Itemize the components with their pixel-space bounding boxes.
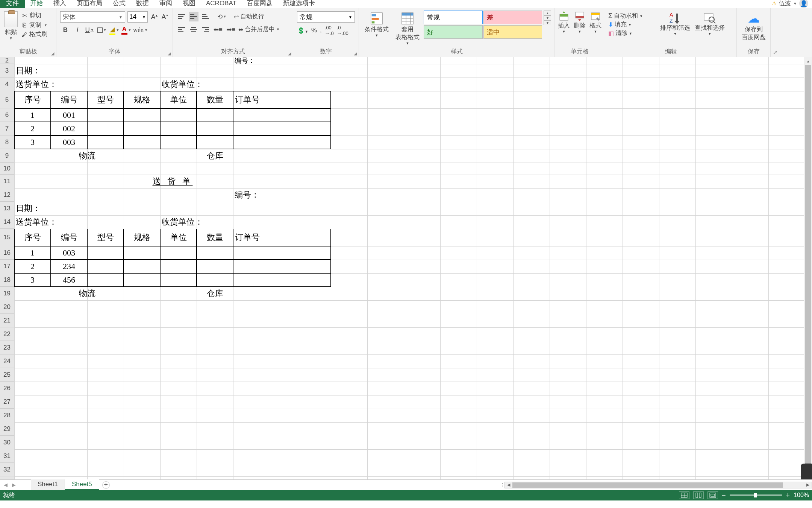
font-size-select[interactable]: 14▼	[127, 11, 148, 23]
add-sheet-button[interactable]: +	[102, 481, 110, 489]
cell-E17[interactable]	[160, 260, 197, 273]
percent-button[interactable]: %	[311, 27, 317, 34]
horizontal-scrollbar[interactable]: ◀ ▶	[504, 482, 812, 488]
cell-F18[interactable]	[197, 273, 233, 287]
zoom-out-button[interactable]: −	[722, 491, 726, 499]
row-header-26[interactable]: 26	[0, 382, 14, 395]
paste-dropdown-icon[interactable]: ▼	[9, 36, 13, 40]
gallery-down-button[interactable]: ▾	[544, 15, 551, 20]
row-header-17[interactable]: 17	[0, 260, 14, 273]
cell-B9[interactable]: 物流	[51, 149, 124, 163]
cell-D17[interactable]	[124, 260, 160, 273]
row-header-12[interactable]: 12	[0, 188, 14, 202]
cell-E8[interactable]	[160, 135, 197, 149]
cell-E16[interactable]	[160, 246, 197, 260]
save-baidu-button[interactable]: ☁ 保存到 百度网盘	[738, 10, 769, 47]
split-handle[interactable]: ⋮	[500, 482, 503, 488]
row-header-2[interactable]: 2	[0, 57, 14, 64]
row-header-21[interactable]: 21	[0, 314, 14, 327]
cell-A18[interactable]: 3	[14, 273, 51, 287]
cell-E14[interactable]: 收货单位：	[160, 215, 270, 229]
cell-A11[interactable]: 送 货 单	[14, 175, 331, 188]
cell-A7[interactable]: 2	[14, 122, 51, 135]
cell-B16[interactable]: 003	[51, 246, 87, 260]
row-header-11[interactable]: 11	[0, 175, 14, 188]
cell-F5[interactable]: 数量	[197, 91, 233, 108]
sort-filter-button[interactable]: AZ 排序和筛选▼	[659, 11, 692, 46]
cell-G8[interactable]	[233, 135, 331, 149]
row-header-7[interactable]: 7	[0, 122, 14, 135]
cell-C8[interactable]	[87, 135, 124, 149]
row-header-3[interactable]: 3	[0, 64, 14, 78]
align-top-button[interactable]	[177, 12, 186, 21]
floating-panel[interactable]	[801, 464, 812, 479]
tab-home[interactable]: 开始	[25, 0, 48, 8]
font-name-select[interactable]: 宋体▼	[60, 11, 125, 23]
delete-cells-button[interactable]: 删除▼	[573, 11, 587, 46]
cell-B18[interactable]: 456	[51, 273, 87, 287]
vertical-scrollbar[interactable]: ▴ ▾	[804, 57, 812, 479]
tab-baidu[interactable]: 百度网盘	[242, 0, 278, 8]
phonetic-button[interactable]: wén▼	[133, 25, 148, 35]
number-launcher[interactable]: ◢	[353, 51, 358, 56]
cell-A16[interactable]: 1	[14, 246, 51, 260]
cell-B17[interactable]: 234	[51, 260, 87, 273]
scroll-up-button[interactable]: ▴	[804, 57, 812, 65]
hscroll-thumb[interactable]	[512, 482, 783, 488]
border-button[interactable]: ▼	[96, 25, 108, 35]
decrease-indent-button[interactable]: ⬅≡	[213, 24, 223, 35]
user-dropdown-icon[interactable]: ▼	[793, 2, 797, 6]
style-bad[interactable]: 差	[483, 11, 542, 24]
row-header-27[interactable]: 27	[0, 395, 14, 409]
paste-button[interactable]: 粘贴 ▼	[2, 10, 20, 47]
cell-E18[interactable]	[160, 273, 197, 287]
row-header-20[interactable]: 20	[0, 300, 14, 314]
row-header-5[interactable]: 5	[0, 91, 14, 108]
cell-A13[interactable]: 日期：	[14, 202, 87, 215]
increase-decimal-button[interactable]: .00→.0	[325, 25, 334, 36]
tab-file[interactable]: 文件	[0, 0, 25, 8]
orientation-button[interactable]: ⟲▼	[217, 11, 227, 22]
cell-F7[interactable]	[197, 122, 233, 135]
row-header-31[interactable]: 31	[0, 449, 14, 463]
cell-A6[interactable]: 1	[14, 108, 51, 122]
cell-A8[interactable]: 3	[14, 135, 51, 149]
increase-font-button[interactable]: A▴	[150, 13, 158, 21]
sheet-tab-sheet5[interactable]: Sheet5	[65, 479, 99, 490]
row-header-22[interactable]: 22	[0, 327, 14, 341]
cell-A17[interactable]: 2	[14, 260, 51, 273]
zoom-in-button[interactable]: +	[786, 491, 790, 499]
cell-D5[interactable]: 规格	[124, 91, 160, 108]
underline-button[interactable]: U▼	[84, 25, 95, 35]
row-header-28[interactable]: 28	[0, 409, 14, 422]
cell-D7[interactable]	[124, 122, 160, 135]
font-color-button[interactable]: A▼	[121, 25, 132, 35]
cut-button[interactable]: ✂剪切	[20, 11, 55, 20]
cell-G7[interactable]	[233, 122, 331, 135]
cell-C6[interactable]	[87, 108, 124, 122]
format-painter-button[interactable]: 🖌格式刷	[20, 30, 55, 39]
tab-acrobat[interactable]: ACROBAT	[201, 0, 242, 8]
insert-cells-button[interactable]: 插入▼	[557, 11, 571, 46]
zoom-level[interactable]: 100%	[794, 492, 809, 499]
row-header-16[interactable]: 16	[0, 246, 14, 260]
tab-page-layout[interactable]: 页面布局	[71, 0, 108, 8]
font-launcher[interactable]: ◢	[167, 51, 172, 56]
sheet-nav-prev[interactable]: ◀	[2, 481, 10, 490]
align-left-button[interactable]	[177, 24, 186, 34]
view-normal-button[interactable]	[679, 491, 689, 499]
sheet-tab-sheet1[interactable]: Sheet1	[31, 479, 65, 490]
cell-A3[interactable]: 日期：	[14, 64, 87, 78]
view-page-layout-button[interactable]	[693, 491, 704, 499]
user-name[interactable]: 伍波	[779, 0, 791, 8]
align-center-button[interactable]	[189, 24, 198, 34]
tab-data[interactable]: 数据	[131, 0, 154, 8]
row-header-13[interactable]: 13	[0, 202, 14, 215]
cell-E6[interactable]	[160, 108, 197, 122]
alignment-launcher[interactable]: ◢	[287, 51, 292, 56]
cell-B5[interactable]: 编号	[51, 91, 87, 108]
cell-C7[interactable]	[87, 122, 124, 135]
cell-G5[interactable]: 订单号	[233, 91, 331, 108]
row-header-9[interactable]: 9	[0, 149, 14, 163]
cell-D15[interactable]: 规格	[124, 229, 160, 246]
